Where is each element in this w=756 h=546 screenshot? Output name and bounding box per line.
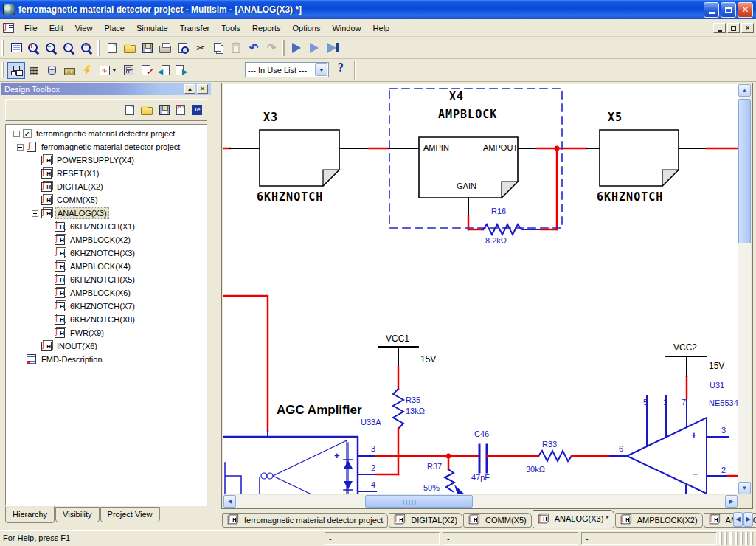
pause-simulation-button[interactable] (305, 39, 323, 56)
tree-item-fwr[interactable]: FWR(X9) (6, 326, 207, 339)
in-use-list-combobox[interactable]: --- In Use List --- (245, 62, 329, 77)
scroll-down-button[interactable]: ▼ (738, 482, 751, 494)
doc-tab-ampblock-x2[interactable]: AMPBLOCK(X2) (615, 513, 703, 528)
collapse-expander-icon[interactable] (32, 210, 38, 217)
u33a-pin-nets[interactable] (358, 454, 478, 492)
menu-tools[interactable]: Tools (215, 21, 246, 35)
tree-item-analog[interactable]: ANALOG(X3) (6, 207, 207, 220)
scroll-up-button[interactable]: ▲ (738, 84, 751, 97)
tree-item-digital[interactable]: DIGITAL(X2) (6, 180, 207, 193)
tree-item-6khznotch-x7[interactable]: 6KHZNOTCH(X7) (6, 300, 207, 313)
resistor-r33[interactable] (538, 451, 572, 461)
open-button[interactable] (121, 39, 139, 56)
zoom-area-button[interactable]: ▫ (60, 39, 78, 56)
block-x3[interactable] (260, 130, 339, 186)
horizontal-scrollbar[interactable]: ◀ ▶ (223, 495, 738, 508)
tree-item-inout[interactable]: INOUT(X6) (6, 339, 207, 353)
postprocessor-button[interactable] (119, 62, 137, 79)
ref-r37[interactable]: R37 (427, 462, 442, 471)
ref-vcc2[interactable]: VCC2 (673, 342, 697, 353)
mdi-close-button[interactable]: × (741, 23, 754, 33)
vertical-scroll-thumb[interactable] (738, 99, 751, 243)
spreadsheet-view-button[interactable]: ▦ (25, 62, 43, 79)
block-name-x5[interactable]: 6KHZNOTCH (597, 190, 663, 204)
value-r33[interactable]: 30kΩ (526, 465, 545, 474)
cut-button[interactable]: ✂ (192, 39, 209, 56)
horizontal-scroll-thumb[interactable] (365, 495, 473, 508)
menu-file[interactable]: File (18, 21, 44, 35)
ref-c46[interactable]: C46 (474, 429, 489, 438)
scroll-left-button[interactable]: ◀ (223, 495, 236, 508)
doc-tab-comm[interactable]: COMM(X5) (463, 513, 532, 528)
save-floppy-icon[interactable] (159, 105, 170, 115)
potentiometer-r37[interactable] (445, 456, 465, 494)
tree-item-ampblock-x2[interactable]: AMPBLOCK(X2) (6, 233, 207, 246)
resistor-r33-net[interactable] (538, 451, 627, 461)
tree-item-reset[interactable]: RESET(X1) (6, 167, 207, 180)
menu-options[interactable]: Options (287, 21, 327, 35)
value-r16[interactable]: 8.2kΩ (485, 236, 507, 245)
menu-transfer[interactable]: Transfer (174, 21, 216, 35)
ref-u33a[interactable]: U33A (361, 418, 381, 426)
u33a-opamp[interactable] (225, 440, 353, 494)
tree-item-ampblock-x6[interactable]: AMPBLOCK(X6) (6, 286, 207, 300)
gain-feedback-net[interactable] (468, 198, 557, 235)
menu-simulate[interactable]: Simulate (131, 21, 174, 35)
mdi-restore-button[interactable] (727, 23, 740, 33)
open-folder-icon[interactable] (141, 107, 153, 115)
toolbar-grip[interactable] (282, 40, 285, 56)
paste-button[interactable] (227, 39, 245, 56)
tree-item-6khznotch-x8[interactable]: 6KHZNOTCH(X8) (6, 313, 207, 326)
breadboard-view-button[interactable] (60, 62, 78, 79)
doc-tab-digital[interactable]: DIGITAL(X2) (389, 513, 462, 528)
collapse-expander-icon[interactable] (13, 131, 20, 137)
tree-item-ampblock-x4[interactable]: AMPBLOCK(X4) (6, 260, 207, 273)
panel-pin-button[interactable]: ▲ (184, 84, 195, 94)
scroll-right-button[interactable]: ▶ (725, 495, 738, 508)
database-manager-button[interactable] (43, 62, 60, 79)
tab-project-view[interactable]: Project View (100, 507, 160, 522)
value-r35[interactable]: 13kΩ (406, 407, 425, 415)
block-x5[interactable] (600, 130, 679, 186)
tree-item-fmd-description[interactable]: FMD-Description (6, 353, 207, 366)
block-name-x4[interactable]: AMPBLOCK (438, 108, 497, 121)
minimize-button[interactable] (704, 2, 719, 18)
new-button[interactable] (103, 39, 121, 56)
ref-r16[interactable]: R16 (491, 207, 506, 215)
simulate-switch-button[interactable] (78, 62, 96, 79)
block-ref-x5[interactable]: X5 (608, 111, 623, 124)
tab-scroll-left-button[interactable]: ◀ (733, 512, 743, 527)
close-page-icon[interactable]: ↗ (176, 105, 185, 115)
block-name-x3[interactable]: 6KHZNOTCH (257, 190, 323, 204)
toolbar-grip[interactable] (97, 40, 100, 56)
tab-visibility[interactable]: Visibility (55, 507, 100, 522)
menu-view[interactable]: View (69, 21, 99, 35)
tree-item-comm[interactable]: COMM(X5) (6, 193, 207, 207)
agc-input-net[interactable] (223, 296, 358, 494)
block-ref-x4[interactable]: X4 (449, 90, 464, 103)
doc-tab-project[interactable]: ferromagnetic material detector project (222, 513, 388, 528)
run-simulation-button[interactable] (288, 39, 305, 56)
stop-simulation-button[interactable] (323, 39, 341, 56)
text-description-icon[interactable]: Te (192, 105, 202, 115)
doc-tab-analog-active[interactable]: ANALOG(X3) * (533, 510, 614, 528)
print-button[interactable] (156, 39, 174, 56)
menu-window[interactable]: Window (326, 21, 367, 35)
ref-r35[interactable]: R35 (406, 395, 420, 404)
part-u31[interactable]: NE5534 (709, 398, 738, 407)
ref-vcc1[interactable]: VCC1 (386, 334, 409, 344)
resistor-r16[interactable] (483, 224, 521, 235)
value-vcc1[interactable]: 15V (420, 354, 436, 364)
document-system-icon[interactable] (3, 23, 14, 33)
value-c46[interactable]: 47pF (471, 473, 490, 482)
worksheet-button[interactable] (7, 39, 25, 56)
redo-button[interactable]: ↷ (263, 39, 280, 56)
menu-edit[interactable]: Edit (44, 21, 69, 35)
vertical-scrollbar[interactable]: ▲ ▼ (738, 84, 751, 494)
toolbar-grip[interactable] (1, 40, 4, 56)
copy-button[interactable] (209, 39, 227, 56)
toolbar-grip[interactable] (1, 62, 4, 78)
ref-u31[interactable]: U31 (710, 381, 724, 390)
grapher-button[interactable] (96, 62, 119, 79)
tree-item-6khznotch-x3[interactable]: 6KHZNOTCH(X3) (6, 246, 207, 260)
